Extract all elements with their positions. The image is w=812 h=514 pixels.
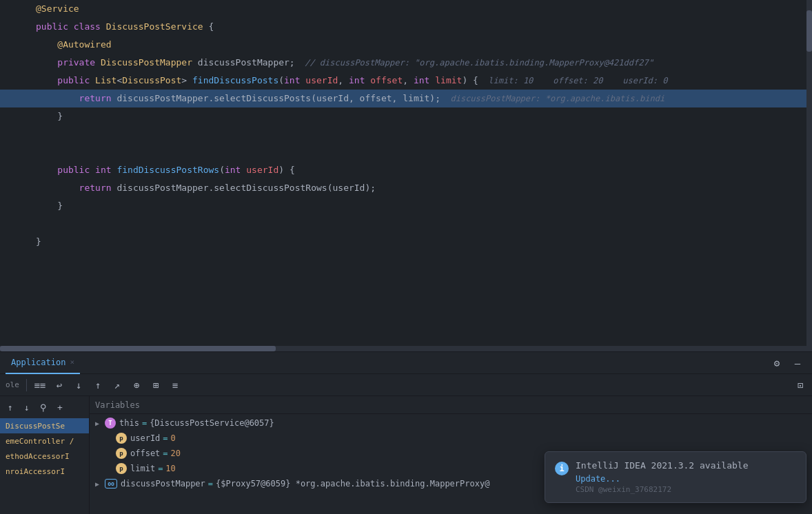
var-type-icon: oo — [105, 479, 117, 489]
frame-label: emeController / — [6, 437, 74, 446]
tab-application-label: Application — [11, 358, 65, 367]
code-content: @Autowired — [36, 36, 812, 54]
frame-item[interactable]: DiscussPostSe — [0, 418, 89, 433]
scrollbar-thumb-v[interactable] — [806, 10, 812, 52]
code-line[interactable]: return discussPostMapper.selectDiscussPo… — [0, 90, 812, 107]
code-line[interactable]: public class DiscussPostService { — [0, 18, 812, 36]
code-content: return discussPostMapper.selectDiscussPo… — [36, 90, 812, 107]
notification-popup: i IntelliJ IDEA 2021.3.2 available Updat… — [545, 451, 806, 503]
var-equals: = — [158, 464, 163, 473]
code-content: return discussPostMapper.selectDiscussPo… — [36, 179, 812, 197]
var-expand-icon[interactable]: ▶ — [95, 420, 105, 427]
var-name: offset — [130, 449, 160, 458]
code-line[interactable]: } — [0, 197, 812, 215]
var-value: 0 — [171, 433, 176, 443]
layout-btn[interactable]: ⊡ — [791, 376, 809, 394]
notification-title: IntelliJ IDEA 2021.3.2 available — [576, 460, 796, 471]
update-link[interactable]: Update... — [576, 474, 620, 484]
var-name: limit — [130, 464, 155, 473]
var-value: 10 — [165, 464, 175, 473]
variables-header: Variables — [90, 396, 812, 414]
code-line[interactable]: public int findDiscussPostRows(int userI… — [0, 161, 812, 179]
var-type-icon: p — [116, 463, 127, 474]
debug-tabs: Application × ⚙ — — [0, 352, 812, 374]
var-name: discussPostMapper — [121, 479, 205, 489]
frame-label: nroiAccessorI — [6, 467, 65, 476]
code-line[interactable]: return discussPostMapper.selectDiscussPo… — [0, 179, 812, 197]
var-value: {DiscussPostService@6057} — [150, 418, 274, 428]
step-over-btn[interactable]: ↩ — [50, 376, 68, 394]
notification-source: CSDN @weixin_37682172 — [576, 485, 796, 494]
code-line[interactable]: private DiscussPostMapper discussPostMap… — [0, 54, 812, 72]
code-line[interactable] — [0, 125, 812, 143]
code-line[interactable] — [0, 143, 812, 161]
code-content: public int findDiscussPostRows(int userI… — [36, 161, 812, 179]
var-equals: = — [208, 479, 213, 489]
code-content: } — [36, 233, 812, 251]
frame-item[interactable]: ethodAccessorI — [0, 449, 89, 464]
minimize-icon[interactable]: — — [789, 354, 806, 372]
frame-filter-btn[interactable]: ⚲ — [36, 400, 51, 415]
code-lines: @Servicepublic class DiscussPostService … — [0, 0, 812, 251]
tab-close-btn[interactable]: × — [70, 358, 74, 367]
code-content: } — [36, 197, 812, 215]
frame-label: ethodAccessorI — [6, 452, 70, 461]
var-name: userId — [130, 433, 160, 443]
var-value: 20 — [171, 449, 181, 458]
toolbar-mode-label: ole — [3, 380, 22, 389]
frame-item[interactable]: nroiAccessorI — [0, 464, 89, 479]
code-line[interactable]: @Service — [0, 0, 812, 18]
frames-btn[interactable]: ⊞ — [147, 376, 165, 394]
step-into-btn[interactable]: ↓ — [70, 376, 88, 394]
var-expand-icon[interactable]: ▶ — [95, 480, 105, 488]
notification-body: IntelliJ IDEA 2021.3.2 available Update.… — [576, 460, 796, 494]
frames-toolbar: ↑ ↓ ⚲ + — [0, 396, 89, 418]
var-type-icon: p — [116, 433, 127, 444]
scrollbar-thumb-h[interactable] — [0, 346, 276, 351]
step-out-btn[interactable]: ↑ — [89, 376, 107, 394]
var-equals: = — [163, 433, 168, 443]
code-line[interactable]: } — [0, 233, 812, 251]
code-content: public class DiscussPostService { — [36, 18, 812, 36]
vertical-scrollbar[interactable] — [806, 0, 812, 351]
frames-list: DiscussPostSeemeController /ethodAccesso… — [0, 418, 89, 514]
code-line[interactable]: @Autowired — [0, 36, 812, 54]
threads-btn[interactable]: ≡ — [166, 376, 184, 394]
code-content: } — [36, 107, 812, 125]
frame-down-btn[interactable]: ↓ — [19, 400, 34, 415]
frames-panel: ↑ ↓ ⚲ + DiscussPostSeemeController /etho… — [0, 396, 90, 514]
var-value: {$Proxy57@6059} *org.apache.ibatis.bindi… — [216, 479, 489, 489]
frame-item[interactable]: emeController / — [0, 433, 89, 449]
code-content: public List<DiscussPost> findDiscussPost… — [36, 72, 812, 90]
variable-row[interactable]: puserId = 0 — [90, 431, 812, 446]
code-content: private DiscussPostMapper discussPostMap… — [36, 54, 812, 72]
debug-toolbar: ole ≡≡ ↩ ↓ ↑ ↗ ⊕ ⊞ ≡ ⊡ — [0, 374, 812, 396]
code-line[interactable]: } — [0, 107, 812, 125]
code-content: @Service — [36, 0, 812, 18]
code-line[interactable]: public List<DiscussPost> findDiscussPost… — [0, 72, 812, 90]
settings-icon[interactable]: ⚙ — [768, 354, 786, 372]
run-to-cursor-btn[interactable]: ↗ — [108, 376, 126, 394]
variable-row[interactable]: ▶Tthis = {DiscussPostService@6057} — [90, 415, 812, 431]
frame-add-btn[interactable]: + — [52, 400, 68, 415]
var-type-icon: T — [105, 418, 116, 429]
code-editor[interactable]: @Servicepublic class DiscussPostService … — [0, 0, 812, 351]
notification-info-icon: i — [555, 462, 569, 475]
var-equals: = — [142, 418, 147, 428]
var-name: this — [119, 418, 139, 428]
frame-up-btn[interactable]: ↑ — [3, 400, 18, 415]
evaluate-btn[interactable]: ⊕ — [128, 376, 145, 394]
horizontal-scrollbar[interactable] — [0, 346, 806, 351]
var-equals: = — [163, 449, 168, 458]
toolbar-sep-1 — [26, 379, 27, 391]
tab-application[interactable]: Application × — [6, 352, 80, 374]
code-line[interactable] — [0, 215, 812, 233]
var-type-icon: p — [116, 448, 127, 459]
show-all-btn[interactable]: ≡≡ — [31, 376, 49, 394]
frame-label: DiscussPostSe — [6, 422, 65, 431]
